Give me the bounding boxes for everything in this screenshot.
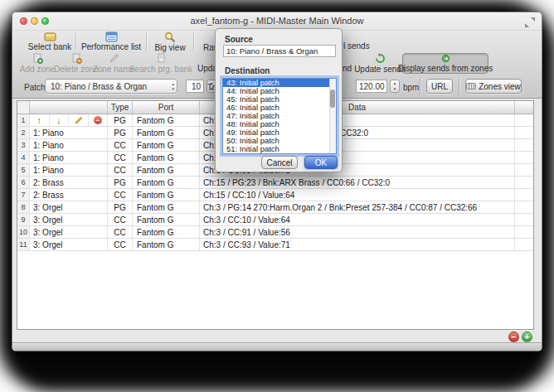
update-sends-icon: [375, 53, 386, 64]
copy-sends-dialog: Source 10: Piano / Brass & Organ Destina…: [215, 28, 343, 172]
type-cell: CC: [108, 226, 133, 238]
port-cell: Fantom G: [133, 139, 200, 151]
traffic-lights: [20, 17, 49, 25]
extra-cell: [515, 127, 533, 138]
zones-view-icon: [466, 83, 476, 90]
tempo-value: 120.00: [359, 82, 385, 91]
extra-cell: [515, 201, 533, 213]
table-row[interactable]: 72: BrassCCFantom GCh:15 / CC:10 / Value…: [17, 189, 533, 201]
table-row[interactable]: 62: BrassPGFantom GCh:15 / PG:23 / Bnk:A…: [17, 177, 533, 189]
table-row[interactable]: 103: OrgelCCFantom GCh:3 / CC:91 / Value…: [17, 226, 533, 239]
add-zone-button[interactable]: Add zone: [17, 53, 58, 74]
delete-icon[interactable]: −: [94, 116, 102, 124]
cancel-label: Cancel: [266, 158, 292, 167]
extra-cell: [515, 189, 533, 201]
table-row[interactable]: 113: OrgelCCFantom GCh:3 / CC:93 / Value…: [17, 239, 533, 251]
minimize-button[interactable]: [31, 17, 38, 25]
delete-zone-button[interactable]: Delete zone: [56, 53, 97, 74]
destination-list[interactable]: 43: Initial patch44: Initial patch45: In…: [222, 78, 337, 154]
minus-icon: −: [512, 332, 517, 341]
type-cell: PG: [108, 201, 133, 213]
port-cell: Fantom G: [133, 114, 200, 126]
row-icon-cell: ↓: [50, 114, 70, 126]
fullscreen-icon[interactable]: [525, 17, 535, 27]
display-sends-icon: [440, 54, 451, 63]
close-button[interactable]: [20, 17, 27, 25]
cancel-button[interactable]: Cancel: [261, 156, 298, 169]
search-prg-bank-label: Search prg. bank: [129, 65, 192, 74]
partially-hidden-send-label[interactable]: nd: [343, 64, 352, 73]
data-cell: Ch:3 / CC:10 / Value:64: [200, 214, 515, 225]
patch-select[interactable]: 10: Piano / Brass & Organ ▴▾: [45, 79, 177, 94]
zone-name-cell: 3: Orgel: [30, 239, 108, 250]
patch-number-field[interactable]: 10: [186, 80, 204, 93]
type-cell: PG: [108, 127, 133, 138]
row-icon-cell: [69, 114, 89, 126]
tempo-stepper[interactable]: ▴▾: [390, 80, 400, 93]
zones-view-button[interactable]: Zones view: [465, 79, 522, 94]
zone-name-label: Zone name: [93, 65, 135, 74]
destination-item[interactable]: 51: Initial patch: [223, 145, 336, 153]
port-cell: Fantom G: [133, 177, 200, 188]
row-icon-cell: −: [89, 114, 109, 126]
port-cell: Fantom G: [133, 201, 200, 213]
move-up-icon[interactable]: ↑: [37, 116, 42, 125]
move-down-icon[interactable]: ↓: [56, 116, 61, 125]
extra-cell: [515, 214, 533, 225]
port-cell: Fantom G: [133, 152, 200, 163]
col-header-port[interactable]: Port: [133, 101, 200, 114]
data-cell: Ch:15 / PG:23 / Bnk:ARX Brass / CC0:66 /…: [200, 177, 515, 188]
source-field[interactable]: 10: Piano / Brass & Organ: [223, 45, 336, 57]
tempo-field[interactable]: 120.00: [356, 80, 387, 93]
type-cell: PG: [108, 114, 133, 126]
url-button[interactable]: URL: [426, 79, 453, 94]
zone-name-cell: 1: Piano: [30, 127, 108, 138]
row-number-cell: 4: [17, 152, 30, 163]
data-cell: Ch:3 / CC:91 / Value:56: [200, 226, 515, 238]
ok-button[interactable]: OK: [304, 156, 338, 169]
edit-icon[interactable]: [74, 116, 83, 125]
col-header-extra: [515, 101, 533, 114]
search-prg-bank-button[interactable]: Search prg. bank: [130, 53, 192, 74]
col-header-type[interactable]: Type: [108, 101, 133, 114]
add-row-button[interactable]: +: [522, 332, 532, 342]
row-number-cell: 2: [17, 127, 30, 138]
col-header-name: [30, 101, 108, 114]
row-number-cell: 8: [17, 201, 30, 213]
zone-name-cell: 1: Piano: [30, 164, 108, 176]
zoom-button[interactable]: [41, 17, 49, 25]
select-bank-label: Select bank: [28, 43, 71, 51]
table-row[interactable]: 93: OrgelCCFantom GCh:3 / CC:10 / Value:…: [17, 214, 533, 226]
display-sends-from-zones-button[interactable]: Display sends from zones: [402, 53, 488, 74]
remove-row-button[interactable]: −: [508, 332, 519, 342]
select-bank-button[interactable]: Select bank: [24, 31, 75, 52]
update-sends-button[interactable]: Update sends: [357, 53, 403, 74]
destination-scrollbar[interactable]: [329, 79, 336, 153]
window-title: axel_fantom-g - MIDI-Master Main Window: [62, 16, 492, 26]
big-view-button[interactable]: Big view: [147, 31, 193, 52]
port-cell: Fantom G: [133, 127, 200, 138]
row-number-cell: 7: [17, 189, 30, 201]
big-view-label: Big view: [154, 44, 185, 52]
zones-view-label: Zones view: [479, 82, 521, 91]
data-cell: Ch:3 / PG:14 270:Harm.Organ 2 / Bnk:Pres…: [200, 201, 515, 213]
port-cell: Fantom G: [133, 239, 200, 250]
table-row[interactable]: 83: OrgelPGFantom GCh:3 / PG:14 270:Harm…: [17, 201, 533, 214]
partially-hidden-toolbar-label[interactable]: l sends: [343, 41, 370, 51]
port-cell: Fantom G: [133, 214, 200, 225]
search-bank-icon: [156, 53, 167, 64]
zone-name-icon: [109, 53, 119, 64]
zone-name-cell: 3: Orgel: [30, 201, 108, 213]
patch-label: Patch: [24, 83, 46, 92]
source-label: Source: [225, 35, 253, 44]
data-cell: Ch:3 / CC:93 / Value:71: [200, 239, 515, 250]
row-number-cell: 6: [17, 177, 30, 188]
ok-label: OK: [315, 158, 327, 167]
scrollbar-thumb[interactable]: [330, 90, 335, 108]
row-icon-cell: ↑: [30, 114, 50, 126]
performance-list-button[interactable]: Performance list: [76, 31, 146, 52]
zone-name-button[interactable]: Zone name: [93, 53, 134, 74]
type-cell: PG: [108, 177, 133, 188]
row-number-cell: 11: [17, 239, 30, 250]
patchbar-separator: [420, 78, 420, 94]
